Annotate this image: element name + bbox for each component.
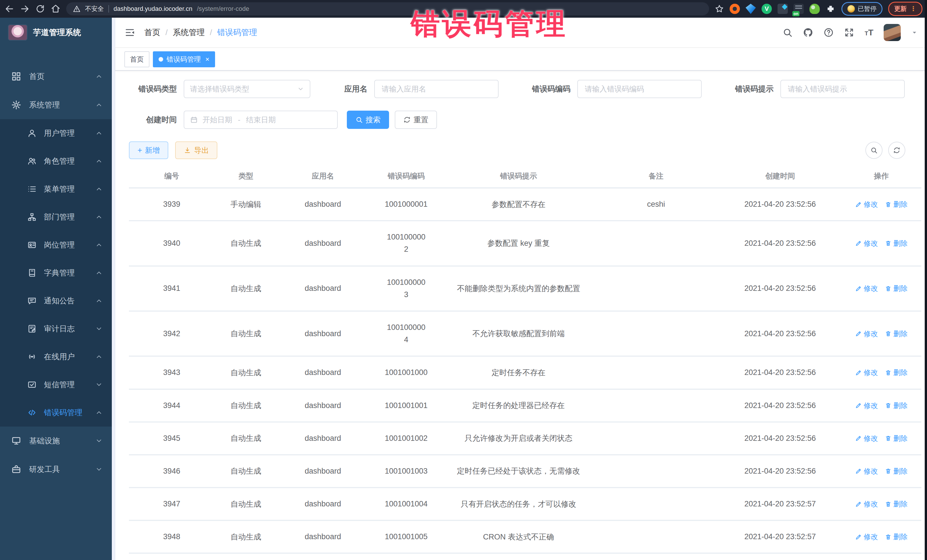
edit-link[interactable]: 修改 <box>855 466 878 476</box>
browser-menu-dots-icon[interactable]: ⋮ <box>910 6 916 12</box>
sidebar-item-book[interactable]: 字典管理 <box>0 259 112 287</box>
sidebar-item-sms[interactable]: 短信管理 <box>0 371 112 399</box>
delete-link[interactable]: 删除 <box>885 329 907 338</box>
user-avatar[interactable] <box>884 24 901 41</box>
cell-id: 3948 <box>129 521 214 553</box>
filter-error-type: 错误码类型 请选择错误码类型 <box>129 80 310 98</box>
edit-link[interactable]: 修改 <box>855 329 878 338</box>
delete-link[interactable]: 删除 <box>885 532 907 542</box>
delete-link[interactable]: 删除 <box>885 200 907 209</box>
sidebar-scrollbar[interactable] <box>112 18 115 560</box>
cell-actions: 修改 删除 <box>842 455 921 487</box>
edit-link[interactable]: 修改 <box>855 499 878 509</box>
app-name-input[interactable] <box>380 84 492 94</box>
refresh-table-button[interactable] <box>888 142 905 159</box>
trash-icon <box>885 240 892 247</box>
edit-link[interactable]: 修改 <box>855 532 878 542</box>
error-code-input[interactable] <box>584 84 695 94</box>
edit-link[interactable]: 修改 <box>855 200 878 209</box>
breadcrumb-home[interactable]: 首页 <box>144 27 160 38</box>
sidebar-item-tools[interactable]: 研发工具 <box>0 455 112 484</box>
reset-button[interactable]: 重置 <box>395 111 437 129</box>
fullscreen-icon[interactable] <box>844 27 854 38</box>
extension-proxy-icon[interactable]: on <box>793 4 804 14</box>
delete-link[interactable]: 删除 <box>885 499 907 509</box>
browser-update-button[interactable]: 更新 ⋮ <box>888 2 922 16</box>
show-search-toggle-button[interactable] <box>865 142 883 159</box>
sidebar-item-infra[interactable]: 基础设施 <box>0 426 112 455</box>
app-logo-row[interactable]: 芋道管理系统 <box>0 18 112 47</box>
error-type-select[interactable]: 请选择错误码类型 <box>184 80 310 98</box>
sidebar-menu: 首页 系统管理 用户管理 角色管理 菜单管理 部门管理 岗位管理 字典管理 <box>0 62 112 484</box>
sidebar-item-tree[interactable]: 部门管理 <box>0 203 112 231</box>
avatar-caret-down-icon[interactable] <box>911 29 918 36</box>
delete-link[interactable]: 删除 <box>885 434 907 443</box>
sidebar-item-notice[interactable]: 通知公告 <box>0 287 112 315</box>
font-size-icon[interactable]: TT <box>865 28 873 37</box>
trash-icon <box>885 533 892 540</box>
browser-home-icon[interactable] <box>51 4 61 14</box>
extension-vue-devtools-icon[interactable]: V <box>761 4 772 14</box>
sidebar-item-grid[interactable]: 首页 <box>0 62 112 91</box>
delete-link[interactable]: 删除 <box>885 368 907 377</box>
extensions-puzzle-icon[interactable] <box>825 4 836 14</box>
extension-grid-icon[interactable] <box>778 4 788 14</box>
sidebar-item-users[interactable]: 角色管理 <box>0 147 112 175</box>
delete-link[interactable]: 删除 <box>885 284 907 293</box>
breadcrumb-system[interactable]: 系统管理 <box>173 27 205 38</box>
trash-icon <box>885 285 892 292</box>
bookmark-star-icon[interactable] <box>715 4 724 14</box>
search-button[interactable]: 搜索 <box>347 111 389 129</box>
column-header: 错误码编码 <box>369 165 444 188</box>
not-secure-warning-icon[interactable] <box>73 5 81 12</box>
edit-link[interactable]: 修改 <box>855 239 878 248</box>
user-icon <box>27 129 36 138</box>
chevron-icon <box>95 129 103 137</box>
delete-link[interactable]: 删除 <box>885 401 907 410</box>
pencil-icon <box>855 285 862 292</box>
extension-key-icon[interactable] <box>810 4 820 14</box>
sidebar-item-list[interactable]: 菜单管理 <box>0 175 112 203</box>
sidebar-item-user[interactable]: 用户管理 <box>0 119 112 147</box>
browser-forward-icon[interactable] <box>20 4 30 14</box>
header-search-icon[interactable] <box>783 27 793 38</box>
edit-link[interactable]: 修改 <box>855 368 878 377</box>
cell-hint: 参数配置不存在 <box>444 188 593 221</box>
github-icon[interactable] <box>803 27 813 38</box>
error-hint-input[interactable] <box>787 84 898 94</box>
main-area: 首页 / 系统管理 / 错误码管理 TT 首页 × <box>115 18 927 560</box>
tree-icon <box>27 212 36 222</box>
sidebar-item-idcard[interactable]: 岗位管理 <box>0 231 112 259</box>
sidebar-collapse-icon[interactable] <box>125 27 135 38</box>
sidebar-item-gear[interactable]: 系统管理 <box>0 91 112 119</box>
tab-close-icon[interactable]: × <box>205 55 209 63</box>
edit-link[interactable]: 修改 <box>855 401 878 410</box>
sidebar-item-online[interactable]: 在线用户 <box>0 343 112 371</box>
browser-reload-icon[interactable] <box>35 4 45 14</box>
delete-link[interactable]: 删除 <box>885 466 907 476</box>
column-header: 备注 <box>593 165 719 188</box>
tags-view-tab[interactable]: 首页 × <box>125 51 149 67</box>
cell-time: 2021-04-20 23:52:56 <box>719 389 842 422</box>
export-button[interactable]: 导出 <box>175 141 217 159</box>
date-range-picker[interactable]: 开始日期 - 结束日期 <box>184 111 338 129</box>
edit-link[interactable]: 修改 <box>855 284 878 293</box>
profile-paused-pill[interactable]: 已暂停 <box>842 2 883 16</box>
paused-label: 已暂停 <box>858 5 877 13</box>
extension-orange-icon[interactable] <box>729 4 740 14</box>
sidebar-item-audit[interactable]: 审计日志 <box>0 315 112 343</box>
sidebar-item-label: 系统管理 <box>29 100 60 110</box>
delete-link[interactable]: 删除 <box>885 239 907 248</box>
sidebar-item-code[interactable]: 错误码管理 <box>0 399 112 426</box>
extension-gem-icon[interactable] <box>746 4 756 14</box>
search-button-label: 搜索 <box>366 115 380 125</box>
help-icon[interactable] <box>824 27 834 38</box>
select-placeholder: 请选择错误码类型 <box>190 84 249 94</box>
browser-back-icon[interactable] <box>5 4 14 14</box>
edit-link[interactable]: 修改 <box>855 434 878 443</box>
tags-view-tab[interactable]: 错误码管理 × <box>153 51 215 67</box>
add-button[interactable]: + 新增 <box>129 141 168 159</box>
address-bar[interactable]: 不安全 dashboard.yudao.iocoder.cn/system/er… <box>66 2 709 15</box>
cell-actions: 修改 删除 <box>842 311 921 356</box>
cell-remark <box>593 266 719 311</box>
